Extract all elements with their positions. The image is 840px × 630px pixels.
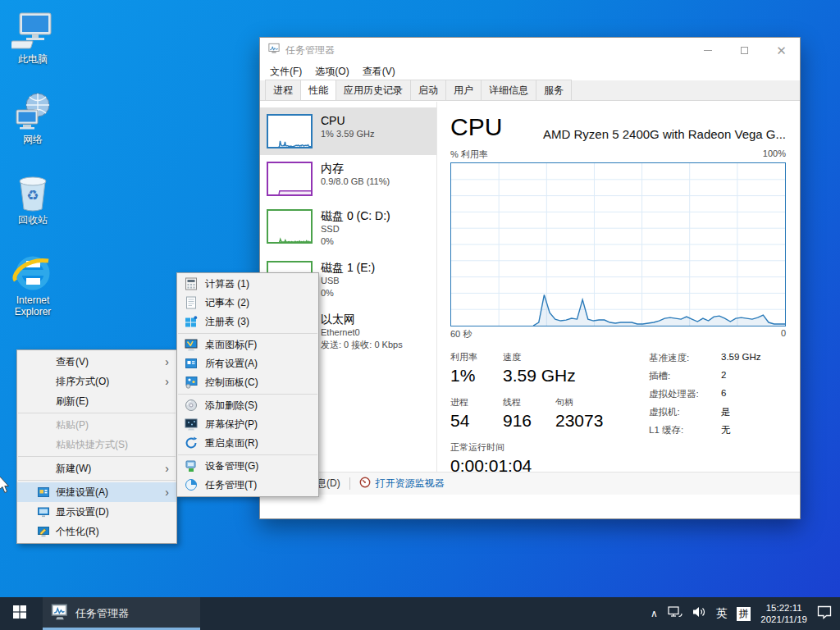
menu-item-label: 便捷设置(A): [56, 486, 108, 498]
axis-label-0: 0: [781, 328, 786, 340]
stat-正常运行时间: 正常运行时间0:00:01:04: [450, 441, 532, 476]
perf-tile-text: 磁盘 1 (E:)USB0%: [321, 261, 375, 299]
internet-explorer-icon: [2, 253, 64, 292]
quick-settings-submenu: 计算器 (1)记事本 (2)注册表 (3)桌面图标(F)所有设置(A)控制面板(…: [176, 272, 319, 497]
menubar-item-0[interactable]: 文件(F): [263, 63, 308, 80]
desktop-icon-network[interactable]: 网络: [2, 92, 64, 145]
desktop-icon-label: Internet Explorer: [2, 294, 64, 317]
action-center-icon[interactable]: [817, 605, 832, 623]
kv-row: 基准速度:3.59 GHz: [649, 352, 761, 364]
tab-详细信息[interactable]: 详细信息: [481, 80, 536, 100]
kv-label: 基准速度:: [649, 352, 721, 364]
add-remove-icon: [185, 399, 198, 412]
menu-separator: [178, 454, 317, 455]
perf-tile-title: 磁盘 1 (E:): [321, 261, 375, 275]
clock-time: 15:22:11: [760, 602, 807, 614]
menubar-item-2[interactable]: 查看(V): [356, 63, 402, 80]
cpu-heading: CPU: [450, 113, 502, 141]
taskbar-clock[interactable]: 15:22:11 2021/11/19: [760, 602, 807, 626]
svg-text:♻: ♻: [26, 188, 39, 203]
desktop-icon-recycle-bin[interactable]: ♻回收站: [2, 172, 64, 226]
perf-tile-title: CPU: [321, 114, 374, 128]
submenu-item-记事本 (2)[interactable]: 记事本 (2): [177, 294, 318, 313]
minimize-button[interactable]: [689, 38, 726, 62]
perf-tile-title: 以太网: [321, 313, 403, 326]
registry-icon: [185, 315, 198, 328]
ime-indicator[interactable]: 拼: [737, 607, 751, 621]
start-button[interactable]: [0, 597, 39, 630]
titlebar[interactable]: 任务管理器 ✕: [260, 38, 800, 62]
hidden-icons-chevron[interactable]: ∧: [651, 608, 658, 619]
submenu-item-所有设置(A)[interactable]: 所有设置(A): [177, 354, 318, 373]
menu-item-label: 刷新(E): [56, 395, 89, 407]
network-tray-icon[interactable]: [668, 605, 682, 622]
volume-tray-icon[interactable]: [692, 605, 706, 622]
context-menu-item-显示设置(D)[interactable]: 显示设置(D): [17, 502, 176, 522]
context-menu-item-便捷设置(A)[interactable]: 便捷设置(A)›: [17, 482, 176, 502]
cpu-model: AMD Ryzen 5 2400G with Radeon Vega G...: [543, 127, 786, 141]
cpu-usage-chart[interactable]: [450, 162, 786, 326]
axis-label-utilization: % 利用率: [450, 148, 488, 161]
menu-separator: [18, 480, 176, 481]
submenu-item-桌面图标(F)[interactable]: 桌面图标(F): [177, 336, 318, 354]
menu-separator: [178, 333, 317, 334]
tab-用户[interactable]: 用户: [445, 80, 482, 100]
submenu-item-设备管理(G)[interactable]: 设备管理(G): [177, 457, 318, 476]
perf-tile-CPU[interactable]: CPU1% 3.59 GHz: [260, 107, 436, 155]
submenu-item-任务管理(T)[interactable]: 任务管理(T): [177, 476, 318, 495]
language-indicator[interactable]: 英: [716, 606, 728, 621]
perf-tile-磁盘 0 (C: D:)[interactable]: 磁盘 0 (C: D:)SSD0%: [260, 203, 436, 254]
personalize-icon: [37, 525, 50, 538]
mouse-cursor: [0, 476, 11, 494]
submenu-item-添加删除(S)[interactable]: 添加删除(S): [177, 396, 318, 415]
submenu-item-控制面板(C)[interactable]: 控制面板(C): [177, 373, 318, 392]
menu-item-label: 添加删除(S): [205, 399, 258, 411]
perf-tile-内存[interactable]: 内存0.9/8.0 GB (11%): [260, 155, 436, 203]
desktop-icons-icon: [185, 338, 198, 351]
perf-tile-sub: 0%: [321, 235, 390, 248]
submenu-arrow-icon: ›: [165, 372, 169, 391]
menu-item-label: 控制面板(C): [205, 377, 258, 388]
tab-服务[interactable]: 服务: [536, 80, 572, 100]
desktop-icon-label: 回收站: [2, 214, 64, 226]
stat-value: 23073: [555, 411, 603, 431]
desktop[interactable]: 此电脑网络♻回收站Internet Explorer 任务管理器 ✕ 文件(F)…: [0, 0, 840, 630]
device-manager-icon: [185, 459, 198, 472]
taskbar-app-task-manager[interactable]: 任务管理器: [43, 597, 200, 630]
menu-item-label: 桌面图标(F): [205, 339, 257, 350]
submenu-item-计算器 (1)[interactable]: 计算器 (1): [177, 275, 318, 294]
menubar-item-1[interactable]: 选项(O): [308, 63, 355, 80]
system-tray: ∧ 英 拼 15:22:11 2021/11/19: [651, 597, 840, 630]
perf-tile-graph: [267, 209, 313, 244]
quick-settings-icon: [37, 486, 50, 499]
menu-item-label: 重启桌面(R): [205, 437, 258, 449]
perf-tile-sub: SSD: [321, 223, 390, 235]
context-menu-item-排序方式(O)[interactable]: 排序方式(O)›: [17, 372, 176, 391]
desktop-icon-this-pc[interactable]: 此电脑: [2, 11, 64, 65]
kv-label: 插槽:: [649, 370, 721, 382]
submenu-item-注册表 (3)[interactable]: 注册表 (3): [177, 313, 318, 331]
stat-进程: 进程54: [450, 396, 491, 431]
cpu-detail-pane: CPU AMD Ryzen 5 2400G with Radeon Vega G…: [450, 113, 786, 486]
submenu-item-屏幕保护(P)[interactable]: 屏幕保护(P): [177, 415, 318, 434]
open-resource-monitor-link[interactable]: 打开资源监视器: [376, 477, 445, 491]
context-menu-item-个性化(R)[interactable]: 个性化(R): [17, 522, 176, 541]
task-manager-footer: 简略信息(D) 打开资源监视器: [260, 472, 800, 495]
context-menu-item-新建(W)[interactable]: 新建(W)›: [17, 459, 176, 478]
tab-启动[interactable]: 启动: [410, 80, 446, 100]
context-menu-item-刷新(E)[interactable]: 刷新(E): [17, 391, 176, 411]
menu-item-label: 粘贴快捷方式(S): [56, 439, 128, 450]
tab-应用历史记录[interactable]: 应用历史记录: [336, 80, 411, 100]
tab-性能[interactable]: 性能: [300, 80, 336, 100]
maximize-button[interactable]: [726, 38, 763, 62]
stat-value: 54: [450, 411, 491, 431]
desktop-icon-internet-explorer[interactable]: Internet Explorer: [2, 253, 64, 317]
kv-row: 虚拟处理器:6: [649, 388, 761, 400]
context-menu-item-粘贴快捷方式(S): 粘贴快捷方式(S): [17, 435, 176, 454]
tab-进程[interactable]: 进程: [265, 80, 301, 100]
restart-desktop-icon: [185, 436, 198, 450]
submenu-item-重启桌面(R)[interactable]: 重启桌面(R): [177, 434, 318, 453]
perf-tile-title: 内存: [321, 162, 390, 176]
context-menu-item-查看(V)[interactable]: 查看(V)›: [17, 352, 176, 372]
close-button[interactable]: ✕: [763, 38, 800, 62]
